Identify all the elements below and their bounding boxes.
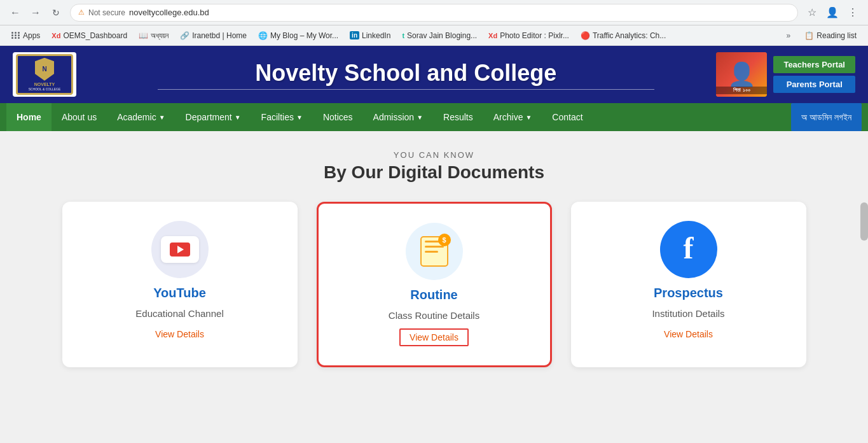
browser-toolbar: ← → ↻ ⚠ Not secure noveltycollege.edu.bd… <box>0 0 868 25</box>
nav-item-contact[interactable]: Contact <box>542 103 593 131</box>
prospectus-view-details-link[interactable]: View Details <box>658 327 719 342</box>
security-label: Not secure <box>88 8 125 17</box>
security-icon: ⚠ <box>78 8 85 17</box>
facebook-f-icon: f <box>684 233 694 264</box>
more-icon: » <box>787 31 791 40</box>
traffic-icon: 🔴 <box>581 31 590 40</box>
account-button[interactable]: 👤 <box>823 4 841 22</box>
browser-chrome: ← → ↻ ⚠ Not secure noveltycollege.edu.bd… <box>0 0 868 46</box>
youtube-play-icon <box>170 243 190 257</box>
more-bookmarks-button[interactable]: » <box>782 30 796 41</box>
youtube-view-details-link[interactable]: View Details <box>149 327 210 342</box>
nav-about-label: About us <box>62 112 97 122</box>
nav-archive-dropdown-icon: ▼ <box>525 114 532 121</box>
site-navigation: Home About us Academic ▼ Department ▼ Fa… <box>0 103 868 131</box>
routine-card-subtitle: Class Routine Details <box>389 310 479 321</box>
logo-line2: SCHOOL & COLLEGE <box>29 87 61 91</box>
logo-text: NOVELTY SCHOOL & COLLEGE <box>29 82 61 91</box>
traffic-label: Traffic Analytics: Ch... <box>593 31 666 40</box>
myblog-label: My Blog – My Wor... <box>270 31 338 40</box>
logo-inner: N NOVELTY SCHOOL & COLLEGE <box>16 54 73 95</box>
nav-results-label: Results <box>443 112 473 122</box>
sorav-icon: t <box>402 32 404 39</box>
bookmark-oems[interactable]: Xd OEMS_Dashboard <box>46 30 132 41</box>
apps-bookmark[interactable]: Apps <box>6 30 45 41</box>
admin-login-button[interactable]: অ আডমিন লগইন <box>791 103 862 131</box>
routine-card: $ Routine Class Routine Details View Det… <box>317 202 552 367</box>
nav-archive-label: Archive <box>493 112 523 122</box>
address-bar[interactable]: ⚠ Not secure noveltycollege.edu.bd <box>70 4 798 22</box>
apps-grid-icon <box>11 32 20 39</box>
portal-buttons: Teachers Portal Parents Portal <box>773 56 855 93</box>
teachers-portal-button[interactable]: Teachers Portal <box>773 56 855 73</box>
apps-label: Apps <box>23 31 40 40</box>
parents-portal-button[interactable]: Parents Portal <box>773 76 855 93</box>
reading-list-button[interactable]: 📋 Reading list <box>799 30 862 41</box>
nav-home-label: Home <box>17 112 41 122</box>
nav-academic-label: Academic <box>117 112 156 122</box>
nav-item-results[interactable]: Results <box>433 103 483 131</box>
bookmark-star-button[interactable]: ☆ <box>803 4 821 22</box>
prospectus-card: f Prospectus Institution Details View De… <box>571 202 806 367</box>
bookmark-sorav[interactable]: t Sorav Jain Bloging... <box>397 30 482 41</box>
nav-item-about[interactable]: About us <box>52 103 107 131</box>
routine-coin-icon: $ <box>438 234 451 246</box>
nav-item-admission[interactable]: Admission ▼ <box>363 103 434 131</box>
oems-icon: Xd <box>52 32 60 39</box>
pixlr-label: Photo Editor : Pixlr... <box>500 31 569 40</box>
browser-actions: ☆ 👤 ⋮ <box>803 4 862 22</box>
routine-line-2 <box>425 246 444 248</box>
iranetbd-label: Iranetbd | Home <box>192 31 247 40</box>
back-button[interactable]: ← <box>6 4 24 22</box>
logo-box: N NOVELTY SCHOOL & COLLEGE <box>13 52 76 97</box>
routine-icon-circle: $ <box>406 223 463 280</box>
scrollbar[interactable] <box>860 202 868 241</box>
bookmark-linkedin[interactable]: in LinkedIn <box>345 30 396 41</box>
bookmarks-bar: Apps Xd OEMS_Dashboard 📖 অধ্যয়ন 🔗 Irane… <box>0 25 868 46</box>
section-title: By Our Digital Documents <box>25 162 843 183</box>
myblog-icon: 🌐 <box>258 31 268 40</box>
reading-list-icon: 📋 <box>804 31 814 40</box>
nav-item-academic[interactable]: Academic ▼ <box>107 103 175 131</box>
reading-list-label: Reading list <box>816 31 857 40</box>
bookmark-pixlr[interactable]: Xd Photo Editor : Pixlr... <box>483 30 574 41</box>
reload-button[interactable]: ↻ <box>47 4 65 22</box>
nav-facilties-label: Facilties <box>261 112 294 122</box>
routine-card-title: Routine <box>410 288 457 302</box>
forward-button[interactable]: → <box>27 4 45 22</box>
nav-contact-label: Contact <box>552 112 582 122</box>
odhyayan-icon: 📖 <box>139 31 148 40</box>
logo-line1: NOVELTY <box>29 82 61 87</box>
nav-department-label: Department <box>186 112 232 122</box>
bookmark-iranetbd[interactable]: 🔗 Iranetbd | Home <box>175 30 252 41</box>
youtube-icon-inner <box>161 236 199 263</box>
nav-buttons: ← → ↻ <box>6 4 65 22</box>
nav-admission-dropdown-icon: ▼ <box>417 114 423 121</box>
url-text: noveltycollege.edu.bd <box>129 8 209 17</box>
linkedin-label: LinkedIn <box>362 31 390 40</box>
bookmark-myblog[interactable]: 🌐 My Blog – My Wor... <box>253 30 343 41</box>
bookmark-traffic[interactable]: 🔴 Traffic Analytics: Ch... <box>575 30 671 41</box>
nav-admission-label: Admission <box>373 112 415 122</box>
nav-item-department[interactable]: Department ▼ <box>176 103 251 131</box>
odhyayan-label: অধ্যয়ন <box>151 31 169 40</box>
logo-shield-icon: N <box>35 58 54 81</box>
routine-icon-wrapper: $ <box>415 232 453 271</box>
nav-item-facilties[interactable]: Facilties ▼ <box>251 103 313 131</box>
pixlr-icon: Xd <box>488 32 497 39</box>
youtube-card-subtitle: Educational Channel <box>135 308 223 319</box>
nav-notices-label: Notices <box>323 112 353 122</box>
bookmark-odhyayan[interactable]: 📖 অধ্যয়ন <box>134 30 174 41</box>
menu-button[interactable]: ⋮ <box>844 4 862 22</box>
prospectus-card-subtitle: Institution Details <box>652 308 724 319</box>
facebook-icon-circle: f <box>660 221 717 278</box>
nav-item-archive[interactable]: Archive ▼ <box>483 103 542 131</box>
routine-line-3 <box>425 251 438 253</box>
nav-item-notices[interactable]: Notices <box>313 103 363 131</box>
section-subtitle: YOU CAN KNOW <box>25 150 843 160</box>
nav-item-home[interactable]: Home <box>6 103 52 131</box>
youtube-icon-circle <box>151 221 209 278</box>
person-image: 👤 পিতা ১০০ <box>716 52 767 97</box>
cards-row: YouTube Educational Channel View Details… <box>25 202 843 367</box>
routine-view-details-link[interactable]: View Details <box>399 328 469 346</box>
